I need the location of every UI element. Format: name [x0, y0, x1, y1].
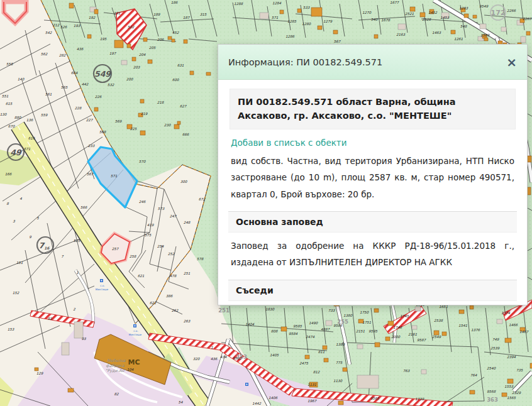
map-label: 571 [272, 16, 279, 19]
panel-title: Информация: ПИ 00182.549.571 [228, 57, 382, 67]
map-label: 548 [460, 25, 467, 28]
map-label: 1541 [458, 324, 468, 327]
map-label: с.о. [100, 284, 105, 287]
map-label: 551 [2, 94, 9, 98]
building [357, 375, 379, 388]
map-label: 2539 [490, 346, 500, 350]
map-label: 1967 [308, 399, 318, 403]
map-label: 82 [114, 392, 119, 396]
map-label: 1285 [287, 19, 297, 23]
map-label: 1284 [272, 1, 282, 5]
building [74, 322, 83, 338]
building [184, 40, 187, 43]
map-label: 9565 [370, 397, 380, 400]
map-label: 233 [88, 144, 95, 148]
map-label: 9584 [289, 332, 298, 336]
map-label: 262 [172, 309, 179, 312]
map-label: 92 [47, 317, 52, 321]
map-label: 258 [130, 255, 136, 258]
map-label: 257 [112, 247, 119, 251]
map-label: 225 [130, 127, 137, 131]
map-label: 247 [170, 214, 177, 218]
map-label: 228 [75, 106, 82, 110]
map-label: 542 [45, 31, 52, 35]
map-label: 2000 [391, 335, 401, 339]
map-label: 4 [19, 197, 22, 200]
map-label: 666 [182, 133, 189, 136]
building [442, 332, 446, 336]
map-label: 571 [111, 174, 118, 178]
building [421, 370, 426, 374]
building [357, 344, 363, 349]
building [311, 8, 322, 16]
map-label: 9595 [369, 329, 378, 333]
map-label: 2549 [432, 335, 441, 339]
map-label: 363 [487, 397, 498, 403]
map-label: 129 [36, 371, 43, 375]
map-label: 627 [180, 104, 187, 108]
building [280, 10, 284, 14]
building [94, 9, 98, 14]
map-label: 195 [100, 37, 107, 41]
building [94, 107, 98, 111]
map-label: 9585 [293, 324, 302, 328]
map-label: 1463 [432, 31, 441, 35]
map-label: 1 [76, 271, 79, 275]
map-label: 186 [171, 1, 178, 4]
map-label: 631 [177, 63, 184, 67]
map-label: 1261 [454, 37, 463, 41]
map-label: 1131 [308, 383, 317, 387]
map-label: 1490 [309, 321, 318, 325]
map-label: 320 [193, 357, 200, 361]
map-label: 2521 [405, 12, 414, 16]
building [148, 60, 152, 63]
building [326, 321, 332, 326]
map-label: 670 [8, 124, 15, 128]
map-label: 1553 [504, 385, 514, 388]
map-label: 1565 [507, 396, 516, 400]
map-label: 9587 [417, 338, 427, 342]
map-label: 130 [0, 112, 7, 116]
map-label: 251 [184, 272, 191, 275]
building [318, 26, 322, 30]
add-to-list-link[interactable]: Добави в списък с обекти [231, 138, 514, 148]
map-label: 558 [6, 62, 13, 66]
map-label: 253 [236, 354, 247, 360]
map-label: 93 [81, 337, 86, 341]
map-label: 2163 [396, 33, 406, 36]
map-label: 1739 [415, 397, 424, 401]
map-label: 526 [60, 25, 67, 29]
map-label: 140 [18, 77, 25, 81]
info-panel-header: Информация: ПИ 00182.549.571 × [218, 45, 527, 80]
building [140, 131, 145, 135]
building [375, 343, 380, 347]
map-label: 300 [180, 180, 187, 184]
map-label: 251 [218, 307, 230, 314]
map-label: 672 [199, 197, 206, 201]
map-label: 2540 [487, 366, 496, 370]
map-label: 204 [139, 53, 146, 57]
map-label: 191 [114, 11, 121, 15]
building [177, 121, 180, 124]
map-label: 192 [89, 16, 96, 19]
map-label: "Руди-Ан" [106, 368, 127, 373]
building [297, 9, 301, 13]
map-label: 1374 [501, 311, 511, 315]
map-label: 1746 [393, 326, 402, 329]
map-label: Ментеше [96, 288, 109, 291]
map-label: 263 [184, 319, 191, 323]
map-label: 152 [13, 291, 19, 295]
map-label: 749 [492, 337, 499, 341]
building [68, 388, 74, 392]
map-label: 218 [157, 101, 164, 104]
map-label: 197 [109, 52, 117, 55]
map-label: 566 [80, 206, 87, 209]
building [121, 60, 127, 65]
map-label: 386 [166, 294, 173, 298]
section-order-heading: Основна заповед [228, 211, 517, 233]
map-label: 5 [36, 216, 39, 220]
map-label: 1270 [362, 11, 372, 14]
close-icon[interactable]: × [506, 56, 517, 69]
building [140, 99, 144, 103]
map-label: 763 [403, 369, 410, 373]
